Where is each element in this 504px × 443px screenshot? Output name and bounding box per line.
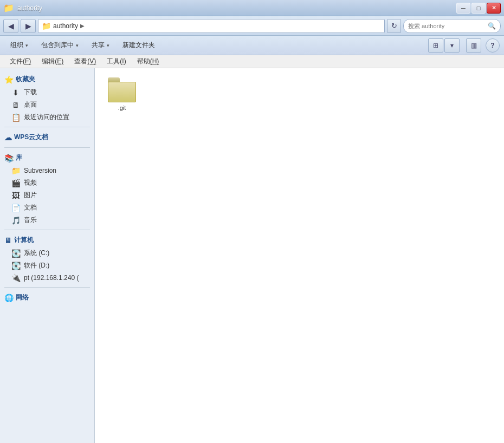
computer-label: 计算机 — [14, 236, 34, 245]
documents-label: 文档 — [24, 203, 37, 212]
wps-header[interactable]: ☁ WPS云文档 — [0, 131, 94, 144]
search-box[interactable]: 🔍 — [403, 19, 501, 33]
minimize-button[interactable]: ─ — [456, 3, 470, 14]
help-button[interactable]: ? — [486, 38, 500, 53]
titlebar-controls: ─ □ ✕ — [456, 3, 501, 14]
sidebar-item-subversion[interactable]: 📁 Subversion — [0, 165, 94, 177]
organize-label: 组织 — [10, 41, 23, 50]
computer-icon: 🖥 — [4, 236, 12, 245]
divider-2 — [4, 147, 90, 148]
computer-header[interactable]: 🖥 计算机 — [0, 233, 94, 247]
divider-3 — [4, 230, 90, 230]
sidebar-item-downloads[interactable]: ⬇ 下载 — [0, 86, 94, 99]
videos-icon: 🎬 — [11, 179, 21, 187]
organize-dropdown-arrow: ▾ — [25, 43, 28, 48]
divider-1 — [4, 127, 90, 127]
wps-icon: ☁ — [4, 133, 12, 142]
menu-help[interactable]: 帮助(H) — [132, 55, 165, 68]
softd-icon: 💽 — [11, 262, 21, 270]
subversion-icon: 📁 — [11, 166, 21, 175]
path-text: authority — [53, 22, 78, 30]
library-icon: 📚 — [4, 154, 14, 162]
view-toggle-button[interactable]: ⊞ — [428, 38, 443, 53]
address-path[interactable]: 📁 authority ▶ — [38, 19, 385, 33]
include-dropdown-arrow: ▾ — [76, 43, 79, 48]
sidebar-item-videos[interactable]: 🎬 视频 — [0, 177, 94, 189]
network-drive-icon: 🔌 — [11, 273, 21, 282]
sidebar-item-documents[interactable]: 📄 文档 — [0, 201, 94, 214]
systemc-icon: 💽 — [11, 249, 21, 258]
network-drive-label: pt (192.168.1.240 ( — [24, 274, 79, 282]
file-area: .git — [95, 68, 504, 443]
include-library-button[interactable]: 包含到库中 ▾ — [35, 38, 85, 53]
menu-edit[interactable]: 编辑(E) — [36, 55, 69, 68]
sidebar-item-music[interactable]: 🎵 音乐 — [0, 214, 94, 226]
organize-button[interactable]: 组织 ▾ — [4, 38, 34, 53]
share-dropdown-arrow: ▾ — [107, 43, 109, 48]
preview-pane-button[interactable]: ▥ — [466, 38, 481, 53]
path-arrow: ▶ — [80, 23, 85, 29]
divider-4 — [4, 287, 90, 288]
menu-tools[interactable]: 工具(I) — [101, 55, 131, 68]
path-folder-icon: 📁 — [42, 22, 51, 30]
main-content: ⭐ 收藏夹 ⬇ 下载 🖥 桌面 📋 最近访问的位置 ☁ WPS云文档 📚 库 📁 — [0, 68, 504, 443]
subversion-label: Subversion — [24, 167, 56, 174]
recent-icon: 📋 — [11, 113, 21, 122]
network-icon: 🌐 — [4, 294, 14, 302]
desktop-label: 桌面 — [24, 100, 37, 109]
git-folder-icon — [108, 77, 136, 102]
softd-label: 软件 (D:) — [24, 261, 49, 270]
toolbar: 组织 ▾ 包含到库中 ▾ 共享 ▾ 新建文件夹 ⊞ ▾ ▥ ? — [0, 36, 504, 55]
systemc-label: 系统 (C:) — [24, 249, 49, 258]
images-label: 图片 — [24, 191, 37, 200]
wps-label: WPS云文档 — [14, 133, 48, 142]
network-header[interactable]: 🌐 网络 — [0, 291, 94, 304]
favorites-label: 收藏夹 — [16, 75, 35, 84]
share-button[interactable]: 共享 ▾ — [86, 38, 115, 53]
search-input[interactable] — [408, 23, 486, 29]
new-folder-label: 新建文件夹 — [122, 41, 155, 50]
recent-label: 最近访问的位置 — [24, 113, 69, 122]
titlebar-left: 📁 authority — [3, 3, 42, 13]
sidebar-item-recent[interactable]: 📋 最近访问的位置 — [0, 111, 94, 123]
videos-label: 视频 — [24, 178, 37, 187]
sidebar-item-desktop[interactable]: 🖥 桌面 — [0, 99, 94, 111]
sidebar-item-softd[interactable]: 💽 软件 (D:) — [0, 259, 94, 272]
titlebar-title: authority — [17, 4, 42, 12]
sidebar-item-images[interactable]: 🖼 图片 — [0, 189, 94, 201]
titlebar-folder-icon: 📁 — [3, 3, 14, 13]
sidebar-item-network-drive[interactable]: 🔌 pt (192.168.1.240 ( — [0, 272, 94, 284]
music-icon: 🎵 — [11, 216, 21, 225]
sidebar: ⭐ 收藏夹 ⬇ 下载 🖥 桌面 📋 最近访问的位置 ☁ WPS云文档 📚 库 📁 — [0, 68, 95, 443]
new-folder-button[interactable]: 新建文件夹 — [117, 38, 161, 53]
menu-file[interactable]: 文件(F) — [4, 55, 36, 68]
share-label: 共享 — [92, 41, 105, 50]
documents-icon: 📄 — [11, 204, 21, 212]
maximize-button[interactable]: □ — [471, 3, 486, 14]
back-button[interactable]: ◀ — [3, 19, 18, 33]
close-button[interactable]: ✕ — [487, 3, 501, 14]
view-dropdown-button[interactable]: ▾ — [444, 38, 460, 53]
images-icon: 🖼 — [11, 191, 21, 200]
downloads-label: 下载 — [24, 88, 37, 97]
desktop-icon: 🖥 — [11, 101, 21, 109]
forward-button[interactable]: ▶ — [21, 19, 36, 33]
titlebar: 📁 authority ─ □ ✕ — [0, 0, 504, 16]
search-icon[interactable]: 🔍 — [488, 22, 496, 30]
library-header[interactable]: 📚 库 — [0, 151, 94, 165]
music-label: 音乐 — [24, 216, 37, 225]
file-item-git[interactable]: .git — [100, 74, 144, 115]
favorites-icon: ⭐ — [4, 75, 14, 84]
git-folder-label: .git — [118, 105, 126, 111]
downloads-icon: ⬇ — [11, 88, 21, 97]
library-label: 库 — [16, 153, 22, 162]
network-label: 网络 — [16, 293, 29, 302]
favorites-header[interactable]: ⭐ 收藏夹 — [0, 73, 94, 86]
addressbar: ◀ ▶ 📁 authority ▶ ↻ 🔍 — [0, 16, 504, 36]
include-label: 包含到库中 — [41, 41, 74, 50]
menubar: 文件(F) 编辑(E) 查看(V) 工具(I) 帮助(H) — [0, 55, 504, 68]
sidebar-item-systemc[interactable]: 💽 系统 (C:) — [0, 247, 94, 259]
menu-view[interactable]: 查看(V) — [69, 55, 101, 68]
view-buttons: ⊞ ▾ ▥ ? — [428, 38, 500, 53]
refresh-button[interactable]: ↻ — [387, 19, 401, 33]
